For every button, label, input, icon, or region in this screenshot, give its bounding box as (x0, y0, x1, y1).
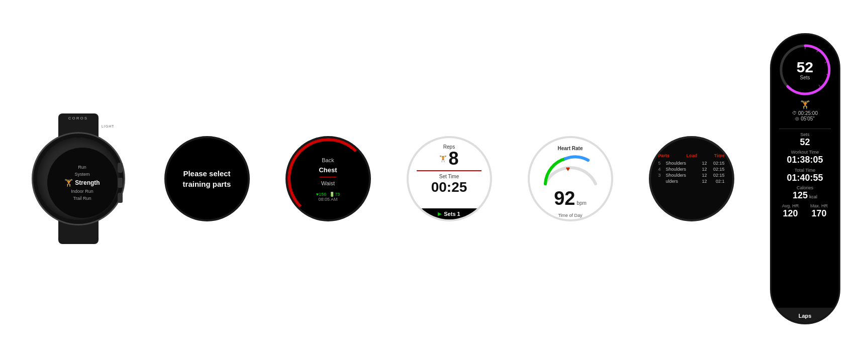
watch-screen: Run System 🏋 Strength Indoor Run Trail R… (47, 148, 118, 218)
calories-value: 125 (793, 190, 808, 201)
reps-value: 8 (448, 150, 458, 168)
row-part: Shoulders (666, 167, 700, 172)
hr-arc-svg: ♥ (538, 151, 603, 186)
col-parts: Parts (658, 153, 670, 158)
row-part: Shoulders (666, 173, 700, 178)
sets-bar: ▶ Sets 1 (409, 208, 490, 219)
col-load: Load (687, 153, 698, 158)
coros-logo: COROS (68, 116, 88, 121)
sets-stat-label: Sets (777, 132, 834, 137)
row-num: 4 (658, 167, 664, 172)
row-load: 12 (700, 173, 710, 178)
menu-item-indoor-run: Indoor Run (52, 188, 113, 195)
workout-time-label: Workout Time (777, 150, 834, 155)
hr-bpm: bpm (576, 200, 586, 206)
row-load: 12 (700, 167, 710, 172)
hr-label: Heart Rate (557, 146, 583, 151)
light-label: LIGHT (102, 125, 115, 128)
menu-item-system: System (52, 171, 113, 178)
summary-time-row2: ◎ 05'05" (795, 116, 815, 122)
strength-icon: 🏋 (64, 179, 73, 187)
row-part: ulders (666, 179, 700, 184)
menu-item-trail-run: Trail Run (52, 195, 113, 202)
row-load: 12 (700, 161, 710, 166)
parts-inner: Back Chest Waist ♥156 🔋73 08:05 AM (287, 138, 369, 219)
table-inner: Parts Load Time 5 Shoulders 12 02:15 4 S… (651, 138, 732, 219)
calories-unit: kcal (809, 194, 817, 199)
select-parts-text: Please select training parts (166, 161, 248, 197)
max-hr-label: Max. HR (810, 203, 828, 208)
watch-menu: Run System 🏋 Strength Indoor Run Trail R… (47, 161, 118, 204)
row-time: 02:15 (710, 167, 725, 172)
screen-reps: Reps 🏋 8 Set Time 00:25 ▶ Sets 1 (407, 136, 492, 221)
reps-icon: 🏋 (439, 155, 447, 162)
table-row: 3 Shoulders 12 02:15 (658, 172, 725, 178)
screen-summary: 52 Sets 🏋 ⏱ 00:25:00 ◎ 05'05" Sets 52 Wo… (770, 33, 840, 324)
total-time-value: 01:40:55 (777, 173, 834, 184)
stat-avg-hr: Avg. HR 120 (782, 203, 799, 219)
screen-select-parts: Please select training parts (164, 136, 250, 221)
button-right-2 (118, 178, 123, 188)
reps-content: Reps 🏋 8 Set Time 00:25 (409, 138, 490, 219)
summary-top: 52 Sets 🏋 ⏱ 00:25:00 ◎ 05'05" (777, 42, 834, 122)
laps-label: Laps (799, 313, 812, 319)
table-header: Parts Load Time (658, 153, 725, 158)
set-time-label: Set Time (439, 174, 459, 179)
row-time: 02:1 (710, 179, 725, 184)
sets-arrow-icon: ▶ (438, 211, 442, 216)
calories-label: Calories (777, 185, 834, 190)
row-time: 02:15 (710, 173, 725, 178)
reps-divider (417, 170, 482, 171)
screen-parts-list: Back Chest Waist ♥156 🔋73 08:05 AM (285, 136, 371, 221)
row-num (658, 179, 664, 184)
max-hr-value: 170 (810, 208, 828, 219)
summary-strength-icon: 🏋 (800, 100, 810, 109)
divider1 (779, 129, 831, 129)
button-right-1 (118, 163, 123, 173)
hr-content: Heart Rate ♥ 92 bpm Time of Day 20:30 00… (530, 138, 611, 219)
row-part: Shoulders (666, 161, 700, 166)
col-time: Time (714, 153, 725, 158)
laps-bar: Laps (771, 308, 839, 323)
summary-time-row1: ⏱ 00:25:00 (792, 110, 818, 116)
row-num: 5 (658, 161, 664, 166)
table-row: 5 Shoulders 12 02:15 (658, 160, 725, 166)
tod-label: Time of Day (558, 213, 582, 218)
avg-hr-value: 120 (782, 208, 799, 219)
sets-stat-value: 52 (777, 137, 834, 148)
screen-heart-rate: Heart Rate ♥ 92 bpm Time of Day 20:30 00… (528, 136, 613, 221)
total-time-label: Total Time (777, 168, 834, 173)
screen-parts-table: Parts Load Time 5 Shoulders 12 02:15 4 S… (649, 136, 734, 221)
sets-text: Sets 1 (444, 211, 460, 217)
stat-hr-row: Avg. HR 120 Max. HR 170 (777, 203, 834, 219)
table-row: ulders 12 02:1 (658, 178, 725, 184)
clock-icon: ⏱ (792, 110, 797, 115)
stat-workout-time: Workout Time 01:38:05 (777, 150, 834, 166)
pink-arc-ring: 52 Sets (778, 42, 833, 97)
hr-value: 92 (554, 189, 575, 208)
workout-time-value: 01:38:05 (777, 155, 834, 166)
hr-arc: ♥ (538, 151, 603, 186)
watch-case: Run System 🏋 Strength Indoor Run Trail R… (33, 134, 124, 224)
avg-hr-label: Avg. HR (782, 203, 799, 208)
row-num: 3 (658, 173, 664, 178)
svg-line-6 (819, 85, 821, 87)
button-right-3 (118, 193, 123, 203)
red-arc-decoration (287, 138, 369, 219)
stat-calories: Calories 125 kcal (777, 185, 834, 201)
table-row: 4 Shoulders 12 02:15 (658, 166, 725, 172)
tod-value: 20:30 (555, 218, 586, 221)
summary-time1: 00:25:00 (798, 110, 818, 116)
stat-max-hr: Max. HR 170 (810, 203, 828, 219)
summary-center: 52 Sets (797, 59, 813, 80)
stat-sets: Sets 52 (777, 132, 834, 148)
summary-time2: 05'05" (801, 116, 815, 122)
summary-sets-value: 52 (797, 59, 813, 74)
pace-icon: ◎ (795, 116, 799, 121)
set-time-value: 00:25 (431, 179, 467, 195)
menu-item-strength: 🏋 Strength (52, 178, 113, 188)
strength-label: Strength (75, 179, 100, 186)
row-load: 12 (700, 179, 710, 184)
menu-item-run: Run (52, 164, 113, 171)
smartwatch-physical: Run System 🏋 Strength Indoor Run Trail R… (28, 113, 129, 244)
